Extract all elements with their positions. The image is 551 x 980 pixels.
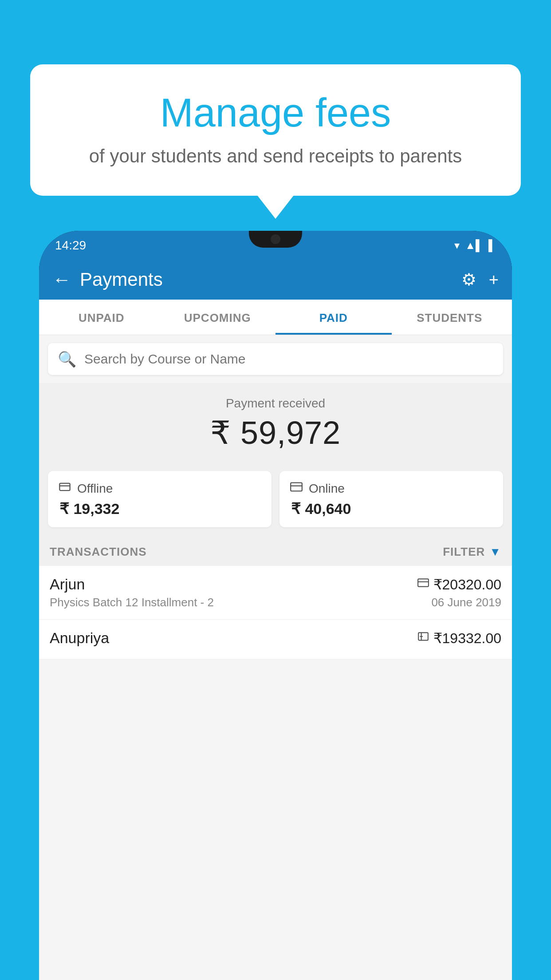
tab-students[interactable]: STUDENTS bbox=[392, 300, 508, 335]
search-input[interactable] bbox=[84, 352, 493, 367]
settings-icon[interactable]: ⚙ bbox=[461, 270, 476, 289]
back-button[interactable]: ← bbox=[52, 269, 71, 290]
transaction-type-icon bbox=[417, 631, 429, 645]
offline-payment-card: Offline ₹ 19,332 bbox=[48, 471, 272, 527]
tabs-container: UNPAID UPCOMING PAID STUDENTS bbox=[39, 300, 512, 335]
offline-label: Offline bbox=[77, 482, 113, 496]
transaction-date: 06 June 2019 bbox=[431, 596, 501, 609]
transactions-header: TRANSACTIONS FILTER ▼ bbox=[39, 535, 512, 566]
filter-icon: ▼ bbox=[489, 545, 501, 559]
offline-amount: ₹ 19,332 bbox=[59, 500, 261, 518]
transactions-label: TRANSACTIONS bbox=[50, 545, 147, 559]
speech-bubble-container: Manage fees of your students and send re… bbox=[30, 64, 521, 196]
table-row[interactable]: Anupriya ₹19332.00 bbox=[39, 620, 512, 660]
transaction-amount: ₹20320.00 bbox=[433, 576, 501, 593]
search-icon: 🔍 bbox=[58, 350, 76, 368]
phone-frame: 14:29 ▾ ▲▌ ▌ ← Payments ⚙ + UNPAID UPCOM… bbox=[39, 231, 512, 980]
bubble-subtitle: of your students and send receipts to pa… bbox=[66, 146, 485, 167]
payment-total-amount: ₹ 59,972 bbox=[48, 414, 503, 451]
status-icons: ▾ ▲▌ ▌ bbox=[454, 239, 496, 252]
transaction-name: Anupriya bbox=[50, 629, 109, 647]
header-actions: ⚙ + bbox=[461, 270, 499, 289]
add-icon[interactable]: + bbox=[489, 270, 499, 289]
transaction-list: Arjun ₹20320.00 Physics Batch 12 Install… bbox=[39, 566, 512, 660]
speech-bubble: Manage fees of your students and send re… bbox=[30, 64, 521, 196]
svg-rect-2 bbox=[291, 483, 302, 491]
transaction-type-icon bbox=[417, 577, 429, 592]
table-row[interactable]: Arjun ₹20320.00 Physics Batch 12 Install… bbox=[39, 566, 512, 620]
payment-summary: Payment received ₹ 59,972 bbox=[39, 383, 512, 463]
phone-notch bbox=[249, 231, 302, 248]
svg-rect-4 bbox=[418, 579, 429, 586]
payment-cards: Offline ₹ 19,332 Online ₹ 40,640 bbox=[39, 463, 512, 535]
transaction-amount-container: ₹20320.00 bbox=[417, 576, 501, 593]
wifi-icon: ▾ bbox=[454, 239, 460, 252]
app-header: ← Payments ⚙ + bbox=[39, 260, 512, 300]
tab-paid[interactable]: PAID bbox=[276, 300, 392, 335]
transaction-name: Arjun bbox=[50, 576, 85, 593]
transaction-course: Physics Batch 12 Installment - 2 bbox=[50, 596, 214, 609]
battery-icon: ▌ bbox=[488, 239, 496, 252]
header-title: Payments bbox=[80, 269, 461, 290]
tab-unpaid[interactable]: UNPAID bbox=[43, 300, 160, 335]
transaction-amount-container: ₹19332.00 bbox=[417, 630, 501, 647]
phone-content: UNPAID UPCOMING PAID STUDENTS 🔍 Payment … bbox=[39, 300, 512, 980]
transaction-amount: ₹19332.00 bbox=[433, 630, 501, 647]
tab-upcoming[interactable]: UPCOMING bbox=[160, 300, 276, 335]
filter-label: FILTER bbox=[443, 545, 485, 559]
status-time: 14:29 bbox=[55, 238, 86, 253]
offline-icon bbox=[59, 481, 71, 496]
bubble-title: Manage fees bbox=[66, 91, 485, 135]
online-icon bbox=[290, 481, 303, 496]
signal-icon: ▲▌ bbox=[465, 239, 483, 252]
payment-received-label: Payment received bbox=[48, 396, 503, 411]
svg-rect-0 bbox=[59, 483, 70, 490]
filter-button[interactable]: FILTER ▼ bbox=[443, 545, 501, 559]
online-amount: ₹ 40,640 bbox=[290, 500, 492, 518]
search-bar[interactable]: 🔍 bbox=[48, 343, 503, 375]
camera-notch bbox=[271, 234, 280, 244]
online-payment-card: Online ₹ 40,640 bbox=[279, 471, 503, 527]
online-label: Online bbox=[309, 482, 345, 496]
